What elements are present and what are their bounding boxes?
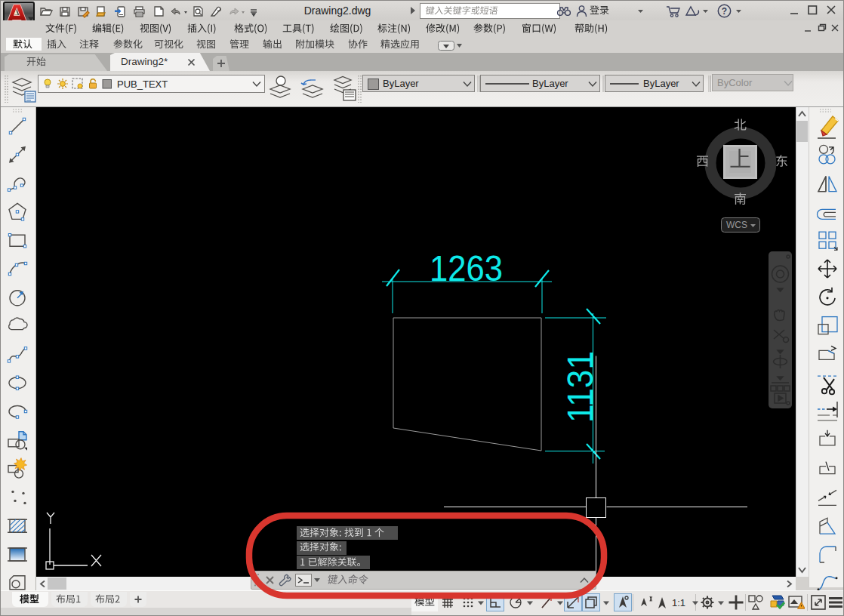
svg-text:?: ?	[722, 6, 727, 17]
svg-text:1131: 1131	[560, 351, 600, 423]
svg-text:1263: 1263	[430, 248, 503, 288]
